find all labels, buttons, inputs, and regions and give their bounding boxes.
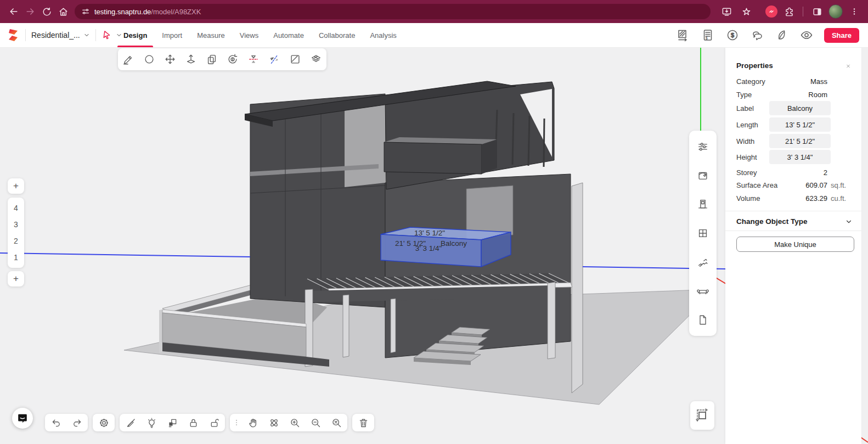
support-chat-button[interactable] [12,408,33,429]
storey-selector: 4 3 2 1 [8,198,24,268]
bottom-toolbar [45,414,374,431]
2d-3d-toggle[interactable] [690,401,714,430]
sustainability-leaf-icon[interactable] [775,28,789,42]
app-header: Residential_... Design Import Measure Vi… [0,23,868,48]
materials-paint-icon[interactable] [695,167,711,184]
tab-analysis[interactable]: Analysis [370,23,396,47]
property-row-category: Category Mass [736,76,854,86]
property-row-label: Label [736,102,854,115]
copy-icon[interactable] [204,51,220,68]
width-input[interactable] [769,134,831,148]
draw-circle-icon[interactable] [141,51,157,68]
browser-back-icon[interactable] [5,3,22,20]
select-tool-dropdown[interactable] [102,30,122,41]
chevron-down-icon [116,32,122,38]
storey-copy-icon[interactable] [164,414,181,431]
material-icon[interactable] [308,51,324,68]
adjust-sliders-icon[interactable] [695,138,711,155]
zoom-in-icon[interactable] [286,414,303,431]
mirror-icon[interactable] [266,51,283,68]
browser-profile-avatar[interactable] [828,4,843,19]
browser-reload-icon[interactable] [38,3,55,20]
object-name-label: Balcony [441,239,467,248]
property-row-volume: Volume 623.29 cu.ft. [736,193,854,203]
svg-text:$: $ [731,32,734,38]
pan-hand-icon[interactable] [245,414,261,431]
lock-icon[interactable] [185,414,201,431]
property-row-length: Length [736,118,854,131]
comments-icon[interactable] [750,28,764,42]
site-settings-icon[interactable] [81,7,90,16]
storey-1[interactable]: 1 [8,249,24,266]
tab-automate[interactable]: Automate [273,23,304,47]
drag-handle-icon[interactable] [233,414,240,431]
bookmark-star-icon[interactable] [738,3,754,20]
project-name: Residential_... [31,31,80,40]
staircase-icon[interactable] [695,254,711,271]
cost-icon[interactable]: $ [725,28,740,42]
x-axis-blue [0,253,250,257]
chevron-down-icon [845,218,853,226]
side-panel-icon[interactable] [809,3,825,20]
dim-height-label: 3' 3 1/4" [415,244,442,252]
navigation-group [230,414,347,431]
visibility-eye-icon[interactable] [799,28,814,42]
label-input[interactable] [769,101,831,115]
rotate-icon[interactable] [224,51,241,68]
close-icon[interactable] [843,60,854,71]
light-bulb-icon[interactable] [143,414,160,431]
snaptrude-extension-icon[interactable] [765,5,777,18]
browser-menu-kebab-icon[interactable] [846,3,863,20]
furniture-icon[interactable] [695,283,711,299]
make-unique-button[interactable]: Make Unique [736,237,854,252]
browser-forward-icon[interactable] [22,3,38,20]
snaptrude-app-window: { "browser": { "url_host": "testing.snap… [0,0,868,444]
draw-pencil-icon[interactable] [120,51,137,68]
height-input[interactable] [769,150,831,164]
main-menu: Design Import Measure Views Automate Col… [123,23,397,47]
zoom-extents-icon[interactable] [328,414,345,431]
storey-3[interactable]: 3 [8,216,24,233]
browser-home-icon[interactable] [55,3,71,20]
split-face-icon[interactable] [287,51,303,68]
length-input[interactable] [769,117,831,132]
boq-icon[interactable]: $ [701,28,715,42]
undo-icon[interactable] [48,414,64,431]
tab-views[interactable]: Views [240,23,258,47]
add-storey-below-button[interactable]: + [8,271,24,286]
tab-collaborate[interactable]: Collaborate [319,23,356,47]
flip-vertical-icon[interactable] [245,51,262,68]
unlock-icon[interactable] [206,414,222,431]
add-storey-above-button[interactable]: + [8,178,24,194]
change-object-type-section[interactable]: Change Object Type [736,217,853,226]
pencil-off-icon[interactable] [122,414,139,431]
property-row-storey: Storey 2 [736,167,854,177]
move-icon[interactable] [162,51,178,68]
delete-trash-icon[interactable] [355,414,371,431]
zoom-out-icon[interactable] [307,414,324,431]
tab-import[interactable]: Import [162,23,182,47]
views-page-icon[interactable] [695,312,711,328]
property-row-height: Height [736,150,854,164]
tab-design[interactable]: Design [123,23,147,47]
storey-2[interactable]: 2 [8,233,24,249]
project-name-dropdown[interactable]: Residential_... [31,31,90,40]
orbit-icon[interactable] [266,414,282,431]
property-row-surface-area: Surface Area 609.07 sq.ft. [736,180,854,190]
chat-bubble-icon [16,412,29,424]
extensions-puzzle-icon[interactable] [781,3,797,20]
window-icon[interactable] [695,225,711,241]
storey-4[interactable]: 4 [8,200,24,216]
address-bar[interactable]: testing.snaptru.de/model/A98ZXK [75,4,711,19]
browser-chrome: testing.snaptru.de/model/A98ZXK [0,0,868,23]
redo-icon[interactable] [69,414,85,431]
snaptrude-logo[interactable] [7,28,20,42]
install-app-icon[interactable] [718,3,735,20]
settings-group [93,414,115,431]
share-button[interactable]: Share [824,28,859,43]
push-pull-icon[interactable] [183,51,199,68]
door-icon[interactable] [695,196,711,212]
tab-measure[interactable]: Measure [197,23,225,47]
area-takeoff-icon[interactable] [676,28,690,42]
settings-gear-icon[interactable] [95,414,112,431]
